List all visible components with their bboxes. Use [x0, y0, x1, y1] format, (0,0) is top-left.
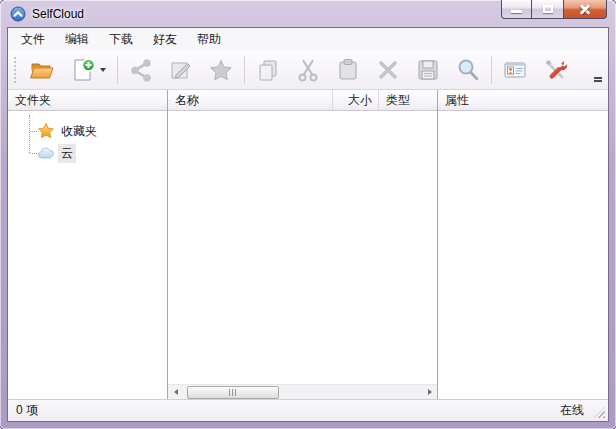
item-count-label: 0 项 — [16, 402, 560, 419]
column-header-name[interactable]: 名称 — [168, 90, 333, 110]
column-header-type[interactable]: 类型 — [379, 90, 437, 110]
scroll-right-button[interactable] — [422, 385, 437, 400]
window-title: SelfCloud — [32, 7, 84, 21]
paste-icon — [335, 57, 361, 83]
minimize-button[interactable] — [501, 0, 532, 19]
client-area: 文件 编辑 下载 好友 帮助 — [8, 28, 608, 421]
tree-item-label[interactable]: 收藏夹 — [58, 122, 100, 141]
cloud-icon — [37, 144, 55, 162]
id-card-icon — [502, 57, 528, 83]
toolbar-separator — [117, 56, 118, 84]
files-panel: 名称 大小 类型 — [168, 90, 438, 399]
toolbar-overflow-button[interactable] — [593, 76, 603, 84]
tree-connector: 收藏夹 云 — [8, 111, 167, 399]
delete-icon — [375, 57, 401, 83]
attributes-body — [438, 111, 608, 399]
search-icon — [455, 57, 481, 83]
new-item-button[interactable] — [62, 53, 114, 87]
menu-friends[interactable]: 好友 — [143, 28, 187, 51]
maximize-icon — [543, 5, 553, 13]
copy-button[interactable] — [248, 53, 288, 87]
column-header-size[interactable]: 大小 — [333, 90, 379, 110]
maximize-button[interactable] — [532, 0, 563, 19]
edit-button[interactable] — [161, 53, 201, 87]
share-icon — [128, 57, 154, 83]
menu-file[interactable]: 文件 — [11, 28, 55, 51]
star-icon — [37, 122, 55, 140]
cloud-upload-icon — [10, 6, 26, 22]
folders-tree: 收藏夹 云 — [8, 111, 167, 399]
minimize-icon — [511, 10, 522, 13]
close-icon — [578, 2, 592, 16]
toolbar-grip-handle[interactable] — [13, 57, 17, 83]
attributes-panel-header: 属性 — [438, 90, 608, 111]
menu-download[interactable]: 下载 — [99, 28, 143, 51]
online-status-label: 在线 — [560, 402, 584, 419]
folders-panel-header: 文件夹 — [8, 90, 167, 111]
new-item-dropdown-icon[interactable] — [100, 68, 106, 72]
share-button[interactable] — [121, 53, 161, 87]
open-folder-icon — [29, 57, 55, 83]
window-controls — [501, 0, 607, 19]
edit-icon — [168, 57, 194, 83]
arrow-left-icon — [174, 389, 178, 395]
attributes-header-label: 属性 — [438, 92, 476, 109]
app-window: SelfCloud 文件 编辑 下载 好友 帮助 — [0, 0, 616, 429]
toolbar — [8, 50, 608, 90]
files-panel-header: 名称 大小 类型 — [168, 90, 437, 111]
toolbar-separator — [244, 56, 245, 84]
close-button[interactable] — [563, 0, 607, 19]
cut-icon — [295, 57, 321, 83]
scrollbar-thumb[interactable] — [187, 386, 279, 399]
copy-icon — [255, 57, 281, 83]
cut-button[interactable] — [288, 53, 328, 87]
folders-header-label: 文件夹 — [8, 92, 58, 109]
attributes-panel: 属性 — [438, 90, 608, 399]
open-folder-button[interactable] — [22, 53, 62, 87]
favorite-star-button[interactable] — [201, 53, 241, 87]
horizontal-scrollbar[interactable] — [168, 384, 437, 399]
tree-item-cloud[interactable]: 云 — [8, 142, 167, 164]
title-bar[interactable]: SelfCloud — [0, 0, 616, 28]
tools-icon — [542, 57, 568, 83]
status-bar: 0 项 在线 — [8, 399, 608, 421]
save-icon — [415, 57, 441, 83]
files-list-body[interactable] — [168, 111, 437, 384]
new-item-icon — [70, 57, 96, 83]
menu-bar: 文件 编辑 下载 好友 帮助 — [8, 28, 608, 50]
scrollbar-grip-icon — [229, 389, 237, 396]
menu-help[interactable]: 帮助 — [187, 28, 231, 51]
delete-button[interactable] — [368, 53, 408, 87]
tree-item-label[interactable]: 云 — [58, 144, 76, 163]
paste-button[interactable] — [328, 53, 368, 87]
tree-item-favorites[interactable]: 收藏夹 — [8, 120, 167, 142]
toolbar-separator — [491, 56, 492, 84]
favorite-star-icon — [208, 57, 234, 83]
account-card-button[interactable] — [495, 53, 535, 87]
scroll-left-button[interactable] — [168, 385, 183, 400]
save-button[interactable] — [408, 53, 448, 87]
resize-grip-handle[interactable] — [594, 407, 605, 418]
menu-edit[interactable]: 编辑 — [55, 28, 99, 51]
folders-panel: 文件夹 收藏夹 — [8, 90, 168, 399]
settings-tools-button[interactable] — [535, 53, 575, 87]
main-area: 文件夹 收藏夹 — [8, 90, 608, 399]
search-button[interactable] — [448, 53, 488, 87]
arrow-right-icon — [428, 389, 432, 395]
